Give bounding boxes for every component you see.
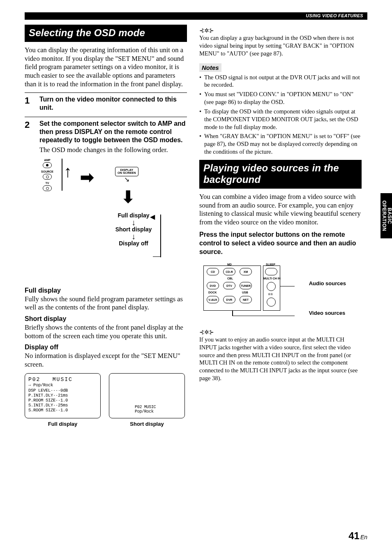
flow-diagram: AMP SOURCE TV ↑ ➡ DISPLAYON SCREEN ↘ ⬇ F… xyxy=(37,159,187,282)
remote-btn: NET xyxy=(240,296,252,303)
intro-text: You can display the operating informatio… xyxy=(25,46,187,88)
divider xyxy=(25,92,187,93)
remote-circle-btn xyxy=(267,282,276,291)
right-column: ⊰✲⊱ You can display a gray background in… xyxy=(199,25,362,427)
page-number: 41En xyxy=(348,530,367,542)
instruction-text: Press the input selector buttons on the … xyxy=(199,231,362,256)
remote-btn: XM xyxy=(240,268,252,275)
btn-label: MD xyxy=(227,263,232,266)
remote-diagram: MD CD CD-R XM CBL DVD DTV TUNER DOCK USB… xyxy=(203,263,309,321)
mode-description: Fully shows the sound field program para… xyxy=(25,295,187,312)
note-item: When "GRAY BACK" in "OPTION MENU" is set… xyxy=(199,132,362,156)
osd-short-example: P02 MUSIC Pop/Rock Short display xyxy=(109,373,185,427)
mode-heading: Full display xyxy=(25,287,187,294)
divider xyxy=(25,117,187,117)
tip-icon: ⊰✲⊱ xyxy=(199,27,362,34)
step-title: Set the component selector switch to AMP… xyxy=(39,120,187,144)
remote-btn: DVR xyxy=(223,296,235,303)
left-column: Selecting the OSD mode You can display t… xyxy=(25,25,187,427)
step-1: 1 Turn on the video monitor connected to… xyxy=(25,95,187,113)
osd-caption: Full display xyxy=(25,421,101,427)
remote-btn: DVD xyxy=(207,282,219,289)
header-bar: USING VIDEO FEATURES xyxy=(25,12,367,20)
connector-line xyxy=(232,311,233,316)
step-number: 2 xyxy=(25,120,34,155)
btn-label: DOCK xyxy=(208,291,217,294)
note-item: To display the OSD with the component vi… xyxy=(199,108,362,131)
notes-heading: Notes xyxy=(199,63,221,72)
mode-description: No information is displayed except for t… xyxy=(25,352,187,369)
connector-line xyxy=(232,316,295,316)
cycle-stages: Full display ◀ ↓ Short display ↓ Display… xyxy=(103,212,164,247)
star-icon: ☆☆ xyxy=(268,293,273,296)
remote-btn: CD-R xyxy=(223,268,235,275)
btn-label: USB xyxy=(242,291,248,294)
osd-full-example: P02 MUSIC → Pop/Rock DSP LEVEL····0dB P.… xyxy=(25,373,101,427)
tip-text: You can display a gray background in the… xyxy=(199,34,362,58)
connector-line xyxy=(280,286,295,287)
note-item: You must set "VIDEO CONV." in "OPTION ME… xyxy=(199,90,362,106)
side-tab: BASICOPERATION xyxy=(380,193,392,238)
vertical-line-icon xyxy=(62,159,62,191)
header-section: USING VIDEO FEATURES xyxy=(306,13,363,18)
section-title-osd: Selecting the OSD mode xyxy=(25,25,187,42)
osd-caption: Short display xyxy=(109,421,185,427)
btn-label: SLEEP xyxy=(266,263,275,266)
notes-list: The OSD signal is not output at the DVR … xyxy=(199,74,362,156)
mode-heading: Display off xyxy=(25,344,187,351)
selector-switch-icon: AMP SOURCE TV xyxy=(37,159,58,193)
remote-btn: V-AUX xyxy=(207,296,219,303)
down-arrow-icon: ⬇ xyxy=(121,187,135,207)
remote-btn: DTV xyxy=(223,282,235,289)
video-sources-label: Video sources xyxy=(309,310,346,316)
right-arrow-icon: ➡ xyxy=(80,168,94,187)
up-arrow-icon: ↑ xyxy=(64,162,72,181)
step-2: 2 Set the component selector switch to A… xyxy=(25,120,187,155)
mode-heading: Short display xyxy=(25,315,187,323)
note-item: The OSD signal is not output at the DVR … xyxy=(199,74,362,89)
remote-btn xyxy=(265,268,277,275)
mode-description: Briefly shows the contents of the front … xyxy=(25,323,187,340)
audio-sources-label: Audio sources xyxy=(309,280,346,286)
section-title-bg: Playing video sources in the background xyxy=(199,160,362,189)
remote-btn: CD xyxy=(207,268,219,275)
intro-text-2: You can combine a video image from a vid… xyxy=(199,193,362,227)
tip-icon: ⊰✲⊱ xyxy=(199,329,362,336)
btn-label: CBL xyxy=(227,277,233,280)
step-description: The OSD mode changes in the following or… xyxy=(39,146,187,155)
remote-circle-btn xyxy=(267,298,276,307)
display-button-icon: DISPLAYON SCREEN ↘ xyxy=(115,167,138,183)
remote-btn: TUNER xyxy=(240,282,252,289)
step-title: Turn on the video monitor connected to t… xyxy=(39,95,187,112)
btn-label: MULTI CH IN xyxy=(263,277,281,280)
step-number: 1 xyxy=(25,95,34,113)
tip-text-2: If you want to enjoy an audio source inp… xyxy=(199,336,362,382)
